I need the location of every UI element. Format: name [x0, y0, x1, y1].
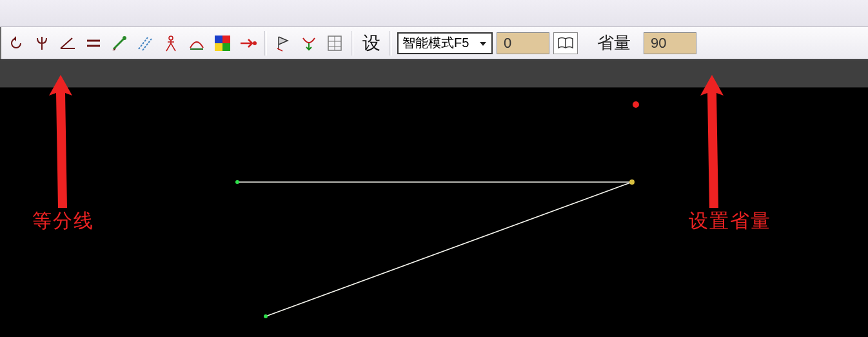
angle-icon[interactable]: [57, 32, 79, 55]
value-input-1[interactable]: 0: [497, 32, 549, 54]
chevron-down-icon: [478, 36, 488, 50]
svg-point-11: [264, 314, 268, 318]
svg-rect-4: [215, 43, 222, 51]
svg-line-9: [266, 182, 632, 316]
arrow-dot-icon[interactable]: [237, 32, 259, 55]
sub-toolbar-strip: [0, 59, 868, 88]
compass-person-icon[interactable]: [160, 32, 182, 55]
svg-point-13: [633, 101, 639, 108]
value-input-1-text: 0: [504, 35, 511, 52]
mode-dropdown[interactable]: 智能模式F5: [397, 32, 493, 54]
sheng-label: 省量: [582, 32, 640, 54]
drawing-canvas[interactable]: 等分线 设置省量: [0, 88, 868, 337]
annotation-left-text: 等分线: [32, 208, 94, 234]
value-input-2-text: 90: [651, 35, 666, 52]
curve-over-icon[interactable]: [186, 32, 208, 55]
brush-icon[interactable]: [108, 32, 130, 55]
annotation-right-text: 设置省量: [689, 208, 771, 234]
svg-point-12: [629, 179, 635, 185]
settings-label[interactable]: 设: [359, 31, 384, 56]
svg-point-10: [235, 180, 239, 184]
svg-rect-3: [222, 36, 230, 43]
book-icon-button[interactable]: [553, 32, 578, 54]
value-input-2[interactable]: 90: [644, 32, 696, 54]
svg-rect-2: [215, 36, 222, 43]
toolbar: 设 智能模式F5 0 省量 90: [0, 27, 868, 59]
color-grid-icon[interactable]: [212, 32, 233, 55]
titlebar-area: [0, 0, 868, 27]
flag-triangle-icon[interactable]: [272, 32, 294, 55]
svg-point-0: [123, 36, 126, 40]
svg-point-1: [169, 36, 173, 40]
rotate-icon[interactable]: [5, 32, 27, 55]
equals-icon[interactable]: [83, 32, 104, 55]
grid-panel-icon[interactable]: [324, 32, 346, 55]
svg-point-6: [253, 41, 257, 45]
toolbar-divider-2: [351, 31, 353, 56]
mode-dropdown-value: 智能模式F5: [402, 34, 469, 52]
down-curve-icon[interactable]: [298, 32, 320, 55]
svg-rect-5: [222, 43, 230, 51]
toolbar-divider-3: [390, 31, 392, 56]
toolbar-divider: [264, 31, 267, 56]
parallel-dash-icon[interactable]: [134, 32, 156, 55]
trident-icon[interactable]: [31, 32, 53, 55]
